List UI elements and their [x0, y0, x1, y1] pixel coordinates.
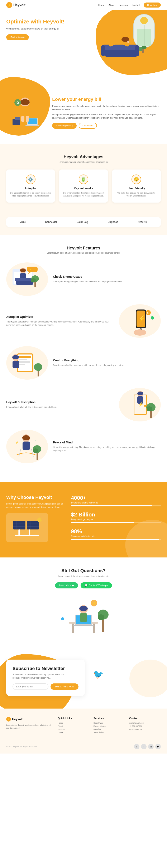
- svg-text:✓: ✓: [152, 317, 153, 319]
- svg-text:⚡: ⚡: [29, 268, 32, 271]
- svg-point-32: [20, 269, 26, 272]
- social-linkedin[interactable]: in: [148, 744, 154, 749]
- svg-rect-8: [102, 44, 138, 50]
- footer-link-2-1[interactable]: +1 234 567 890: [129, 725, 161, 727]
- feature-ill-0: ⚡: [6, 262, 48, 296]
- feature-text-1: Autopilot Optimizer The Heyvolt autopilo…: [6, 315, 114, 327]
- footer-logo: ⚡ Heyvolt: [6, 717, 54, 721]
- svg-point-67: [137, 392, 143, 395]
- feature-desc-0: Check your energy usage in clear simple …: [53, 280, 161, 283]
- features-subtitle: Lorem ipsum dolor sit amet, consectetur …: [6, 252, 161, 254]
- advantages-title: Heyvolt Advantages: [6, 154, 161, 159]
- svg-rect-93: [18, 529, 20, 535]
- feature-ill-4: ⚡ ✓: [6, 430, 48, 463]
- subscribe-submit-button[interactable]: SUBSCRIBE NOW: [50, 683, 79, 690]
- hero-content: Optimize with Heyvolt! We help solar pan…: [6, 19, 73, 40]
- social-twitter[interactable]: t: [141, 744, 147, 749]
- contact-whatsapp-button[interactable]: 💬 Contact Whatsapp: [81, 582, 112, 588]
- footer-link-1-3[interactable]: Subscription: [93, 731, 125, 734]
- questions-illustration: ⚡: [52, 595, 115, 637]
- footer-link-0-0[interactable]: Home: [58, 722, 89, 724]
- footer-link-0-3[interactable]: Contact: [58, 731, 89, 734]
- nav-about[interactable]: About: [109, 4, 115, 6]
- feature-ill-2: [6, 346, 48, 380]
- features-title: Heyvolt Features: [6, 246, 161, 250]
- feature-title-3: Heyvolt Subscription: [6, 401, 114, 404]
- hero-svg: [98, 12, 161, 66]
- svg-text:$: $: [147, 311, 149, 314]
- footer-link-1-2[interactable]: Autopilot: [93, 728, 125, 730]
- svg-rect-78: [37, 452, 38, 460]
- svg-text:⚡: ⚡: [92, 601, 96, 605]
- footer-link-2-2[interactable]: Amsterdam, NL: [129, 728, 161, 730]
- svg-text:✓: ✓: [35, 439, 37, 442]
- svg-rect-18: [29, 105, 35, 110]
- stat-number-2: 98%: [71, 528, 161, 535]
- learn-more-icon: ▶: [72, 584, 74, 587]
- footer: ⚡ Heyvolt Lorem ipsum dolor sit amet con…: [0, 709, 167, 753]
- why-choose-section: Why Choose Heyvolt Lorem ipsum dolor sit…: [0, 482, 167, 557]
- lower-title: Lower your energy bill: [52, 97, 161, 102]
- footer-col-title-1: Services: [93, 717, 125, 720]
- footer-link-0-1[interactable]: About: [58, 725, 89, 727]
- svg-rect-27: [21, 116, 25, 122]
- wa-icon: 💬: [85, 584, 88, 587]
- svg-point-62: [34, 363, 42, 371]
- logo: ⚡ Heyvolt: [6, 2, 26, 8]
- hero-cta-button[interactable]: Find out more: [6, 34, 29, 40]
- svg-rect-28: [26, 116, 29, 122]
- svg-point-112: [61, 617, 64, 620]
- feature-title-2: Control Everything: [53, 359, 161, 362]
- lower-btn2[interactable]: Learn more: [79, 123, 97, 129]
- subscribe-bird-icon: 🐦: [93, 670, 103, 679]
- svg-rect-56: [19, 361, 30, 363]
- feature-ill-1: ⚡ $ ✓: [119, 304, 161, 338]
- social-facebook[interactable]: f: [134, 744, 139, 749]
- svg-rect-83: [13, 521, 25, 529]
- svg-rect-25: [28, 118, 37, 124]
- questions-svg: ⚡: [52, 595, 115, 637]
- learn-more-button[interactable]: Learn More ▶: [55, 582, 78, 588]
- feature-svg-3: ⚡: [123, 390, 157, 420]
- svg-rect-60: [12, 361, 19, 368]
- nav-contact[interactable]: Contact: [132, 4, 140, 6]
- learn-more-label: Learn More: [59, 584, 71, 587]
- nav-home[interactable]: Home: [98, 4, 105, 6]
- download-button[interactable]: Download: [144, 2, 161, 7]
- hero-section: Optimize with Heyvolt! We help solar pan…: [0, 10, 167, 77]
- svg-rect-6: [142, 49, 143, 53]
- partners-section: ABB Schneider Solar Log Enphase Azzurre: [0, 213, 167, 235]
- feature-item-1: ⚡ $ ✓ Autopilot Optimizer The Heyvolt au…: [6, 304, 161, 338]
- feature-item-4: ⚡ ✓ Peace of Mind Heyvolt is always watc…: [6, 430, 161, 463]
- wa-label: Contact Whatsapp: [89, 584, 108, 587]
- svg-text:⚡: ⚡: [138, 401, 144, 407]
- logo-text: Heyvolt: [13, 3, 26, 7]
- footer-logo-icon: ⚡: [6, 717, 11, 721]
- footer-link-0-2[interactable]: Services: [58, 728, 89, 730]
- svg-rect-102: [93, 624, 95, 633]
- questions-title: Still Got Questions?: [6, 568, 161, 574]
- svg-text:♻: ♻: [16, 101, 19, 104]
- stat-number-1: $2 Billion: [71, 512, 161, 518]
- adv-text-0: Our autopilot helps you to be energy ind…: [10, 191, 51, 197]
- footer-link-1-0[interactable]: Solar Panel: [93, 722, 125, 724]
- feature-title-0: Check Energy Usage: [53, 275, 161, 278]
- social-youtube[interactable]: ▶: [155, 744, 161, 749]
- hero-illustration: [98, 12, 161, 71]
- subscribe-email-input[interactable]: [12, 683, 48, 690]
- lower-content: ♻ Lower your energy bill Easy energy man…: [6, 90, 161, 135]
- nav-services[interactable]: Services: [119, 4, 128, 6]
- svg-point-80: [33, 448, 38, 453]
- stat-bar-2: [71, 539, 161, 540]
- why-content: Why Choose Heyvolt Lorem ipsum dolor sit…: [6, 495, 161, 545]
- svg-point-96: [37, 518, 41, 522]
- feature-svg-4: ⚡ ✓: [10, 432, 44, 461]
- svg-point-71: [147, 406, 153, 411]
- svg-rect-54: [19, 356, 31, 358]
- footer-link-1-1[interactable]: Energy Monitor: [93, 725, 125, 727]
- footer-link-2-0[interactable]: info@heyvolt.com: [129, 722, 161, 724]
- navigation: ⚡ Heyvolt Home About Services Contact Do…: [0, 0, 167, 10]
- lower-btn1[interactable]: Why energy saving: [52, 123, 77, 129]
- svg-line-76: [19, 448, 21, 457]
- footer-col-0: Quick Links Home About Services Contact: [58, 717, 89, 735]
